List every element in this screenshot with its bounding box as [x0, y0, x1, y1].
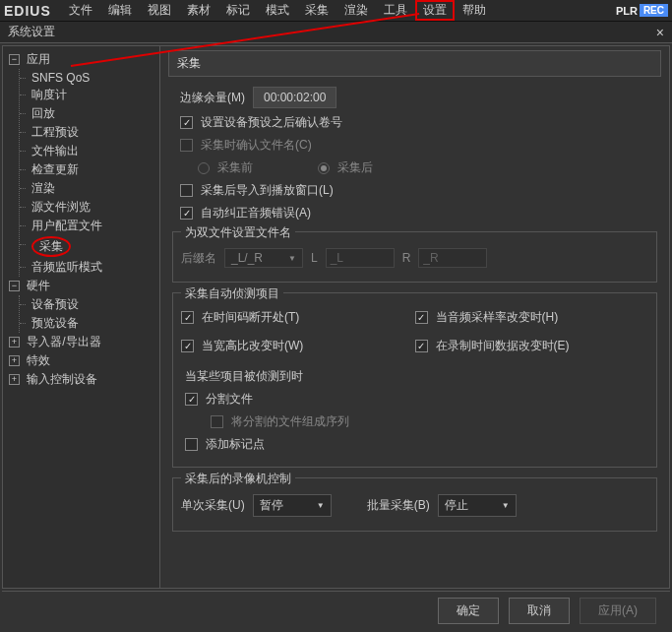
chevron-down-icon: ▼: [317, 501, 325, 510]
settings-panel: 采集 边缘余量(M) 00:00:02:00 设置设备预设之后确认卷号 采集时确…: [160, 46, 669, 588]
settings-tree: − 应用 SNFS QoS 响度计 回放 工程预设 文件输出 检查更新 渲染 源…: [3, 46, 160, 588]
menu-capture[interactable]: 采集: [297, 0, 336, 21]
menu-bar: EDIUS 文件 编辑 视图 素材 标记 模式 采集 渲染 工具 设置 帮助 P…: [0, 0, 672, 22]
margin-field[interactable]: 00:00:02:00: [253, 87, 336, 108]
detect-group: 采集自动侦测项目 在时间码断开处(T) 当音频采样率改变时(H) 当宽高比改变时…: [172, 292, 657, 468]
tree-device-preset[interactable]: 设备预设: [28, 295, 157, 314]
R-label: R: [402, 251, 411, 265]
expand-icon[interactable]: +: [9, 374, 20, 385]
chk-confirm-fname-label: 采集时确认文件名(C): [201, 137, 312, 154]
auto-audio-row: 自动纠正音频错误(A): [180, 205, 661, 221]
menu-edit[interactable]: 编辑: [100, 0, 140, 21]
apply-button[interactable]: 应用(A): [580, 598, 656, 624]
chk-rec-data[interactable]: [415, 340, 428, 352]
import-play-row: 采集后导入到播放窗口(L): [180, 182, 661, 199]
menu-settings[interactable]: 设置: [415, 0, 455, 21]
dialog-footer: 确定 取消 应用(A): [2, 591, 670, 630]
menu-mode[interactable]: 模式: [258, 0, 297, 21]
radio-before-label: 采集前: [217, 159, 253, 176]
rec-badge: REC: [640, 4, 668, 17]
close-icon[interactable]: ×: [656, 25, 664, 40]
panel-title: 采集: [168, 50, 661, 77]
menu-marker[interactable]: 标记: [218, 0, 258, 21]
radio-after-label: 采集后: [337, 159, 373, 176]
tree-audio-mon[interactable]: 音频监听模式: [28, 258, 157, 277]
chk-aspect[interactable]: [181, 340, 194, 352]
vcr-label: 采集后的录像机控制: [181, 471, 295, 487]
menu-view[interactable]: 视图: [140, 0, 179, 21]
menu-clip[interactable]: 素材: [179, 0, 218, 21]
detect-label: 采集自动侦测项目: [181, 285, 283, 302]
chk-import-play[interactable]: [180, 184, 193, 197]
tree-input-device[interactable]: + 输入控制设备: [5, 370, 157, 389]
chk-auto-audio[interactable]: [180, 207, 193, 220]
chk-sample[interactable]: [415, 311, 428, 324]
tree-playback[interactable]: 回放: [28, 104, 157, 123]
app-brand: EDIUS: [4, 3, 51, 19]
tree-file-export[interactable]: 文件输出: [28, 142, 157, 160]
chk-seq[interactable]: [211, 415, 223, 428]
menu-render[interactable]: 渲染: [336, 0, 376, 21]
batch-dropdown[interactable]: 停止 ▼: [438, 494, 517, 517]
tree-hw-children: 设备预设 预览设备: [19, 295, 157, 333]
tree-capture[interactable]: 采集: [28, 235, 157, 258]
menu-help[interactable]: 帮助: [455, 0, 494, 21]
chk-tc-break[interactable]: [181, 311, 194, 324]
single-dropdown[interactable]: 暂停 ▼: [253, 494, 332, 517]
suffix-label: 后缀名: [181, 250, 216, 267]
radio-row: 采集前 采集后: [198, 159, 661, 176]
tree-app-label: 应用: [27, 52, 50, 66]
tree-user-profile[interactable]: 用户配置文件: [28, 217, 157, 235]
chk-auto-audio-label: 自动纠正音频错误(A): [201, 205, 311, 221]
vcr-group: 采集后的录像机控制 单次采集(U) 暂停 ▼ 批量采集(B) 停止 ▼: [172, 477, 657, 532]
chevron-down-icon: ▼: [502, 501, 510, 510]
L-label: L: [311, 251, 318, 265]
chk-confirm-fname[interactable]: [180, 139, 193, 152]
collapse-icon[interactable]: −: [9, 281, 20, 291]
chk-marker[interactable]: [185, 438, 198, 451]
chk-import-play-label: 采集后导入到播放窗口(L): [201, 182, 334, 199]
vcr-row: 单次采集(U) 暂停 ▼ 批量采集(B) 停止 ▼: [181, 494, 648, 517]
tree-snfs[interactable]: SNFS QoS: [28, 69, 157, 86]
radio-after[interactable]: [318, 162, 330, 174]
tree-check-update[interactable]: 检查更新: [28, 160, 157, 179]
L-field[interactable]: _L: [326, 248, 395, 268]
dual-file-group: 为双文件设置文件名 后缀名 _L/_R ▼ L _L R _R: [172, 231, 657, 283]
tree-render[interactable]: 渲染: [28, 179, 157, 198]
chevron-down-icon: ▼: [288, 254, 296, 263]
chk-confirm-reel[interactable]: [180, 116, 193, 129]
suffix-dropdown[interactable]: _L/_R ▼: [224, 248, 303, 268]
plr-label: PLR: [616, 5, 638, 17]
plr-indicator: PLR REC: [616, 4, 668, 17]
batch-label: 批量采集(B): [367, 497, 430, 514]
suffix-row: 后缀名 _L/_R ▼ L _L R _R: [181, 248, 648, 268]
tree-loudness[interactable]: 响度计: [28, 86, 157, 104]
confirm-fname-row: 采集时确认文件名(C): [180, 137, 661, 154]
tree-project-preset[interactable]: 工程预设: [28, 123, 157, 142]
window-title: 系统设置: [8, 24, 55, 40]
menu-file[interactable]: 文件: [61, 0, 100, 21]
margin-row: 边缘余量(M) 00:00:02:00: [180, 87, 661, 108]
R-field[interactable]: _R: [418, 248, 487, 268]
tree-app[interactable]: − 应用: [5, 50, 157, 69]
tree-fx[interactable]: + 特效: [5, 351, 157, 370]
radio-before[interactable]: [198, 162, 210, 174]
margin-label: 边缘余量(M): [180, 90, 245, 106]
main-area: − 应用 SNFS QoS 响度计 回放 工程预设 文件输出 检查更新 渲染 源…: [2, 45, 670, 589]
tree-preview-device[interactable]: 预览设备: [28, 314, 157, 333]
expand-icon[interactable]: +: [9, 337, 20, 348]
active-highlight: 采集: [31, 236, 71, 257]
ok-button[interactable]: 确定: [438, 598, 499, 624]
chk-split[interactable]: [185, 393, 198, 406]
expand-icon[interactable]: +: [9, 355, 20, 366]
tree-hw[interactable]: − 硬件: [5, 277, 157, 295]
tree-app-children: SNFS QoS 响度计 回放 工程预设 文件输出 检查更新 渲染 源文件浏览 …: [19, 69, 157, 277]
tree-io[interactable]: + 导入器/导出器: [5, 333, 157, 351]
tree-source-browse[interactable]: 源文件浏览: [28, 198, 157, 217]
cancel-button[interactable]: 取消: [509, 598, 570, 624]
confirm-reel-row: 设置设备预设之后确认卷号: [180, 114, 661, 131]
single-label: 单次采集(U): [181, 497, 245, 514]
chk-confirm-reel-label: 设置设备预设之后确认卷号: [201, 114, 342, 131]
dual-file-label: 为双文件设置文件名: [181, 224, 295, 241]
collapse-icon[interactable]: −: [9, 54, 20, 65]
